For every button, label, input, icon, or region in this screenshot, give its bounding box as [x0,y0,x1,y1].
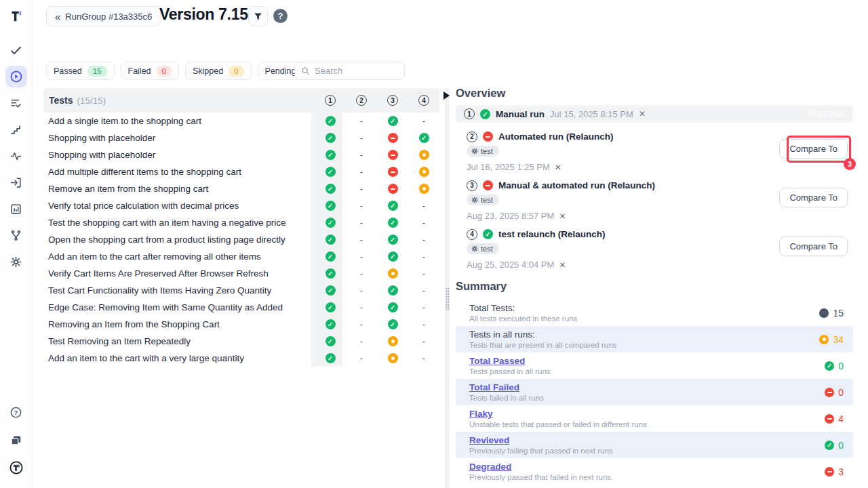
status-cell-run4 [408,268,439,279]
collapse-panel-icon[interactable] [443,92,450,100]
sidebar-item-reports[interactable] [5,198,27,220]
compare-to-button[interactable]: Compare To [779,237,848,256]
table-row[interactable]: Remove an item from the shopping cart [43,180,439,197]
summary-row[interactable]: Revieved Previously failing that passed … [456,432,853,458]
sidebar-bottom: ? [5,401,27,479]
table-row[interactable]: Test Removing an Item Repeatedly [43,333,439,350]
status-cell-run3 [377,218,408,228]
table-row[interactable]: Add an item to the cart with a very larg… [43,350,439,367]
filter-button[interactable] [248,6,268,26]
compare-to-button[interactable]: Compare To [779,139,848,159]
summary-row[interactable]: Total Tests: All tests executed in these… [456,300,853,326]
status-cell-run3 [377,150,408,160]
status-cell-run2 [346,251,377,262]
sidebar-item-pulse[interactable] [5,145,27,167]
run-tag[interactable]: test [467,146,499,157]
run-tag[interactable]: test [467,195,499,205]
table-row[interactable]: Test the shopping cart with an item havi… [43,214,439,231]
help-button[interactable]: ? [273,9,288,23]
table-row[interactable]: Verify total price calculation with deci… [43,197,439,214]
remove-run-icon[interactable]: ✕ [555,163,561,172]
status-icon [326,235,336,245]
help-icon: ? [9,406,22,419]
summary-row-label[interactable]: Total Passed [469,356,825,366]
run-name: Automated run (Relaunch) [498,131,614,142]
table-row[interactable]: Edge Case: Removing Item with Same Quant… [43,299,439,316]
summary-value-icon [825,414,834,424]
summary-row-label[interactable]: Tests in all runs: [469,329,819,340]
run-name: test relaunch (Relaunch) [498,229,606,239]
status-cell-run1 [315,184,346,194]
status-cell-run4 [408,336,439,346]
sidebar-item-account[interactable] [5,457,27,479]
search-box[interactable] [294,62,405,80]
status-icon [326,218,336,228]
table-row[interactable]: Open the shopping cart from a product li… [43,231,439,248]
sidebar-item-settings[interactable] [5,251,27,272]
sidebar-item-projects[interactable] [5,429,27,451]
tests-table-title: Tests [49,95,73,106]
sidebar-item-list-check[interactable] [5,92,27,114]
gear-icon [471,245,478,252]
table-row[interactable]: Verify Cart Items Are Preserved After Br… [43,265,439,282]
summary-row-label[interactable]: Degraded [469,462,825,472]
run-block: 3 Manual & automated run (Relaunch) test… [456,180,853,220]
status-cell-run1 [315,218,346,228]
run-block: 4 test relaunch (Relaunch) test Aug 25, … [456,228,853,269]
sidebar-item-runs[interactable] [5,66,27,87]
run-column-header[interactable]: 1 [315,95,346,106]
search-icon [301,66,310,75]
status-icon [326,201,336,211]
logo[interactable] [9,7,24,26]
filter-chip[interactable]: Failed 0 [121,62,179,80]
run-column-header[interactable]: 4 [408,95,439,106]
sidebar-item-steps[interactable] [5,119,27,140]
summary-row-label[interactable]: Revieved [469,435,825,445]
summary-row-value: 0 [825,387,844,398]
summary-row-label[interactable]: Total Tests: [469,303,819,313]
remove-run-icon[interactable]: ✕ [559,211,566,221]
table-row[interactable]: Shopping with placeholder [43,146,439,163]
back-to-rungroup-button[interactable]: « RunGroup #13a335c6 [46,6,161,26]
summary-row[interactable]: Total Passed Tests passed in all runs 0 [456,352,853,379]
main-run-row[interactable]: 1 Manual run Jul 15, 2025 8:15 PM ✕ Main… [456,105,853,123]
run-number-icon: 1 [325,95,336,106]
status-icon [388,302,398,312]
summary-row[interactable]: Flaky Unstable tests that passed or fail… [456,405,853,432]
sidebar-item-branches[interactable] [5,224,27,246]
search-input[interactable] [315,66,389,76]
filter-chip[interactable]: Skipped 0 [185,62,252,80]
run-tag-label: test [481,245,493,253]
table-row[interactable]: Add an item to the cart after removing a… [43,248,439,265]
table-row[interactable]: Removing an Item from the Shopping Cart [43,316,439,333]
filter-chip[interactable]: Passed 15 [46,62,115,80]
status-cell-run4 [408,251,439,262]
sidebar-item-help[interactable]: ? [5,401,27,423]
resize-drag-handle[interactable] [446,287,450,310]
summary-row-label[interactable]: Total Failed [469,382,825,392]
run-tag[interactable]: test [467,243,499,254]
tests-table-count: (15/15) [77,96,106,106]
table-row[interactable]: Shopping with placeholder [43,129,439,146]
summary-row[interactable]: Total Failed Tests failed in all runs 0 [456,379,853,405]
table-row[interactable]: Test Cart Functionality with Items Havin… [43,282,439,299]
compare-to-button[interactable]: Compare To [779,188,848,207]
run-column-header[interactable]: 2 [346,95,377,106]
sidebar-item-check[interactable] [5,39,27,61]
sidebar-item-import[interactable] [5,171,27,193]
status-icon [388,251,398,262]
gear-icon [471,197,478,203]
run-column-header[interactable]: 3 [377,95,408,106]
run-number-icon: 3 [387,95,398,106]
import-icon [9,176,22,189]
summary-row[interactable]: Degraded Previously passed that failed i… [456,458,853,485]
summary-row[interactable]: Tests in all runs: Tests that are presen… [456,326,853,352]
remove-run-icon[interactable]: ✕ [559,260,566,270]
table-row[interactable]: Add multiple different items to the shop… [43,163,439,180]
remove-run-icon[interactable]: ✕ [639,109,646,119]
run-date: Aug 23, 2025 8:57 PM [467,211,554,221]
summary-row-label[interactable]: Flaky [469,409,825,419]
filter-chip-count: 0 [229,66,243,77]
table-row[interactable]: Add a single item to the shopping cart [43,113,439,129]
status-icon [357,302,367,312]
